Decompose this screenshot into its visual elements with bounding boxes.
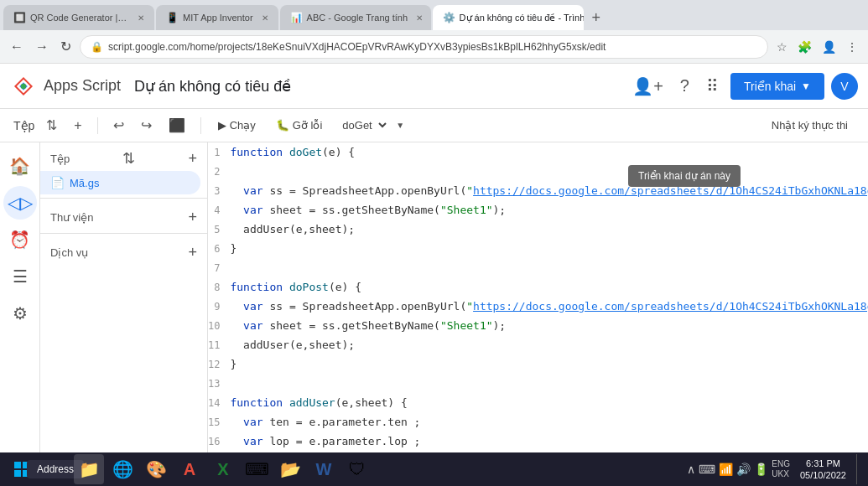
up-arrow-icon[interactable]: ∧ [687,463,695,476]
sort-icon[interactable]: ⇅ [41,114,62,137]
network-icon[interactable]: 📶 [719,463,733,476]
line-num-13: 13 [208,374,230,393]
line-num-7: 7 [208,258,230,277]
clock-icon-button[interactable]: ⏰ [3,223,37,256]
add-file-button[interactable]: + [69,115,86,137]
library-section-header: Thư viện + [40,202,207,230]
taskbar-app-terminal[interactable]: ⌨ [242,454,272,484]
toolbar: Tệp ⇅ + ↩ ↪ ⬛ ▶ Chạy 🐛 Gỡ lỗi doGet ▼ Nh… [0,109,868,142]
files2-icon: 📂 [280,459,301,479]
toolbar-separator-1 [97,117,98,134]
tab-3[interactable]: 📊 ABC - Google Trang tính ✕ [280,5,431,30]
home-icon-button[interactable]: 🏠 [3,149,37,183]
code-line-4: 4 var sheet = ss.getSheetByName("Sheet1"… [208,200,868,220]
code-line-12: 12 } [208,354,868,374]
line-num-6: 6 [208,239,230,258]
undo-button[interactable]: ↩ [108,114,129,137]
panel-divider-1 [40,198,207,199]
user-profile-button[interactable]: 👤 [819,37,839,57]
code-content-15: var ten = e.parameter.ten ; [230,412,868,432]
clock-date: 05/10/2022 [800,469,846,481]
settings-icon-button[interactable]: ⚙ [3,297,37,330]
taskbar-app-file-explorer[interactable]: 📁 [74,454,104,484]
sort-files-button[interactable]: ⇅ [122,149,135,168]
sidebar-icons: 🏠 ◁▷ ⏰ ☰ ⚙ [0,142,40,452]
show-desktop-button[interactable] [856,454,861,484]
reload-button[interactable]: ↻ [57,35,75,58]
keyboard-icon[interactable]: ⌨ [699,463,715,476]
library-title: Thư viện [50,211,93,224]
spreadsheet-url-2[interactable]: https://docs.google.com/spreadsheets/d/1… [473,300,868,313]
help-button[interactable]: ? [675,71,694,101]
word-icon: W [316,460,332,479]
taskbar-clock[interactable]: 6:31 PM 05/10/2022 [793,458,853,482]
system-tray: ∧ ⌨ 📶 🔊 🔋 ENGUKX [687,459,790,479]
line-num-11: 11 [208,335,230,354]
list-icon-button[interactable]: ☰ [3,260,37,293]
apps-grid-button[interactable]: ⠿ [701,71,724,101]
battery-icon[interactable]: 🔋 [754,463,768,476]
code-line-10: 10 var sheet = ss.getSheetByName("Sheet1… [208,316,868,335]
redo-button[interactable]: ↪ [136,114,157,137]
tab-1-close[interactable]: ✕ [138,13,144,23]
code-line-16: 16 var lop = e.parameter.lop ; [208,432,868,451]
taskbar-app-unknown1[interactable]: A [174,454,205,484]
tab-1[interactable]: 🔲 QR Code Generator | Create Your ... ✕ [3,5,154,30]
extensions-button[interactable]: 🧩 [794,37,815,57]
tab-2[interactable]: 📱 MIT App Inventor ✕ [156,5,278,30]
taskbar-app-chrome[interactable]: 🌐 [107,454,138,484]
file-mags-icon: 📄 [50,176,65,189]
taskbar: Address 📁 🌐 🎨 A X ⌨ 📂 W 🛡 ∧ ⌨ 📶 🔊 🔋 ENGU… [0,452,868,486]
tab-4[interactable]: ⚙️ Dự án không có tiêu đề - Trình ch... … [433,5,584,30]
run-button[interactable]: ▶ Chạy [211,116,262,135]
main-layout: 🏠 ◁▷ ⏰ ☰ ⚙ Tệp ⇅ + 📄 Mã.gs Thư viện + Dị… [0,142,868,452]
lock-icon: 🔒 [91,41,103,53]
code-content-9: var ss = SpreadsheetApp.openByUrl("https… [230,297,868,316]
toolbar-separator-2 [200,117,201,134]
line-num-3: 3 [208,181,230,200]
browser-tabs: 🔲 QR Code Generator | Create Your ... ✕ … [0,0,868,30]
files-section-header: Tệp ⇅ + [40,142,207,171]
new-tab-button[interactable]: + [585,9,608,27]
deploy-button[interactable]: Triển khai ▼ [730,73,824,100]
code-icon-button[interactable]: ◁▷ [3,186,37,220]
add-file-icon-button[interactable]: + [188,150,197,168]
format-button[interactable]: ⬛ [164,114,190,137]
taskbar-app-excel[interactable]: X [208,454,238,484]
tab-2-label: MIT App Inventor [183,13,253,23]
user-avatar[interactable]: V [831,73,858,100]
bookmark-button[interactable]: ☆ [773,37,791,57]
taskbar-app-files2[interactable]: 📂 [275,454,305,484]
execution-log-button[interactable]: Nhật ký thực thi [765,116,855,135]
taskbar-app-word[interactable]: W [309,454,339,484]
function-select[interactable]: doGet [335,116,389,134]
add-service-button[interactable]: + [188,244,197,261]
browser-actions: ☆ 🧩 👤 ⋮ [773,37,861,57]
code-line-15: 15 var ten = e.parameter.ten ; [208,412,868,432]
tab-2-favicon: 📱 [166,12,178,23]
add-collaborator-button[interactable]: 👤+ [627,71,668,101]
forward-button[interactable]: → [32,36,52,58]
service-section-header: Dịch vụ + [40,237,207,265]
debug-button[interactable]: 🐛 Gỡ lỗi [269,116,330,135]
taskbar-app-paint[interactable]: 🎨 [141,454,171,484]
address-bar[interactable]: 🔒 script.google.com/home/projects/18eKeS… [80,35,768,59]
taskbar-app-shield[interactable]: 🛡 [342,454,372,484]
line-num-15: 15 [208,412,230,432]
code-table: 1 function doGet(e) { 2 3 var ss = Sprea… [208,142,868,452]
code-content-4: var sheet = ss.getSheetByName("Sheet1"); [230,200,868,220]
taskbar-search[interactable]: Address [40,454,70,484]
apps-script-logo: Apps Script [10,73,121,100]
add-library-button[interactable]: + [188,209,197,226]
menu-button[interactable]: ⋮ [843,37,861,57]
tab-3-close[interactable]: ✕ [416,13,423,23]
tab-2-close[interactable]: ✕ [262,13,268,23]
panel-divider-2 [40,233,207,234]
line-num-14: 14 [208,393,230,412]
code-editor[interactable]: 1 function doGet(e) { 2 3 var ss = Sprea… [208,142,868,452]
tab-3-label: ABC - Google Trang tính [307,13,408,23]
back-button[interactable]: ← [7,36,27,58]
file-item-mags[interactable]: 📄 Mã.gs [40,171,200,194]
volume-icon[interactable]: 🔊 [736,463,751,476]
line-num-10: 10 [208,316,230,335]
